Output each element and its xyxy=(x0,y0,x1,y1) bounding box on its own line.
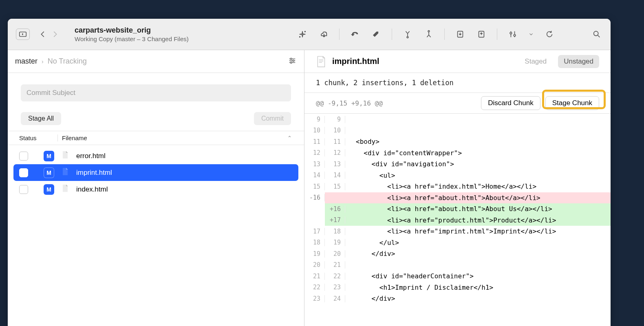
repo-subtitle: Working Copy (master – 3 Changed Files) xyxy=(75,35,189,42)
line-number-new: 22 xyxy=(325,273,345,280)
diff-line[interactable]: 1111<body> xyxy=(304,136,611,148)
line-number-new: +17 xyxy=(325,216,345,224)
nav-forward-icon[interactable] xyxy=(49,29,61,40)
stash-pop-icon[interactable] xyxy=(476,29,487,40)
line-number-old: 19 xyxy=(304,250,325,258)
svg-point-9 xyxy=(594,31,598,36)
line-number-old: 17 xyxy=(304,228,325,235)
line-number-new: 10 xyxy=(325,127,345,134)
line-number-new: 18 xyxy=(325,228,345,235)
diff-line[interactable]: 1212 <div id="contentWrapper"> xyxy=(304,148,611,159)
line-number-old: 23 xyxy=(304,295,325,302)
code-content: <div id="navigation"> xyxy=(345,160,611,168)
stage-checkbox[interactable] xyxy=(19,168,28,177)
diff-line[interactable]: 2223 <h1>Imprint / Disclaimer</h1> xyxy=(304,282,611,293)
chunk-header: @@ -9,15 +9,16 @@ Discard Chunk Stage Ch… xyxy=(304,93,611,113)
diff-line[interactable]: 1010 xyxy=(304,125,611,137)
svg-point-3 xyxy=(407,37,408,38)
file-row[interactable]: M error.html xyxy=(13,148,298,164)
tracking-label[interactable]: No Tracking xyxy=(48,57,87,66)
commit-actions: Stage All Commit xyxy=(8,105,304,131)
line-number-new: 11 xyxy=(325,138,345,145)
merge-icon[interactable] xyxy=(402,29,413,40)
diff-line[interactable]: 1920 </div> xyxy=(304,248,611,260)
code-content: <body> xyxy=(345,138,611,145)
toolbar-left: carparts-website_orig Working Copy (mast… xyxy=(16,26,189,42)
code-content: <div id="headerContainer"> xyxy=(345,272,611,280)
diff-line[interactable]: 99 xyxy=(304,114,611,125)
redo-icon[interactable] xyxy=(371,29,382,40)
diff-line[interactable]: 1819 </ul> xyxy=(304,237,611,249)
diff-line[interactable]: 1515 <li><a href="index.html">Home</a></… xyxy=(304,181,611,192)
line-number-new: 12 xyxy=(325,149,345,156)
code-content: </div> xyxy=(345,295,611,302)
stage-checkbox[interactable] xyxy=(19,185,28,194)
diff-line[interactable]: 2021 xyxy=(304,260,611,271)
diff-line[interactable]: 1718 <li><a href="imprint.html">Imprint<… xyxy=(304,226,611,237)
file-icon xyxy=(316,55,326,68)
svg-point-4 xyxy=(428,31,430,32)
discard-chunk-button[interactable]: Discard Chunk xyxy=(481,96,540,110)
fetch-icon[interactable] xyxy=(318,29,329,40)
line-number-new: 24 xyxy=(325,295,345,302)
tab-staged[interactable]: Staged xyxy=(519,55,552,68)
toggle-sidebar-icon[interactable] xyxy=(16,29,30,40)
file-table-header: Status Filename ⌃ xyxy=(8,131,304,145)
sparkle-icon[interactable] xyxy=(297,29,308,40)
code-content: <h1>Imprint / Disclaimer</h1> xyxy=(345,284,611,291)
file-row[interactable]: M index.html xyxy=(13,181,298,198)
filter-settings-icon[interactable] xyxy=(288,56,297,66)
diff-file-header: imprint.html Staged Unstaged xyxy=(304,50,611,73)
branch-icon[interactable] xyxy=(423,29,434,40)
stage-all-button[interactable]: Stage All xyxy=(21,112,61,125)
stash-save-icon[interactable] xyxy=(454,29,466,40)
undo-icon[interactable] xyxy=(349,29,361,40)
stage-chunk-button[interactable]: Stage Chunk xyxy=(545,96,599,110)
toolbar: carparts-website_orig Working Copy (mast… xyxy=(8,19,611,50)
commit-button[interactable]: Commit xyxy=(254,112,291,125)
file-row[interactable]: M imprint.html xyxy=(13,164,298,181)
code-content: </div> xyxy=(345,250,611,258)
nav-back-icon[interactable] xyxy=(37,29,49,40)
search-icon[interactable] xyxy=(591,29,602,40)
status-badge: M xyxy=(44,184,54,195)
app-window: carparts-website_orig Working Copy (mast… xyxy=(8,19,611,326)
svg-point-1 xyxy=(305,31,306,32)
line-number-new: +16 xyxy=(325,205,345,213)
chevron-down-icon[interactable] xyxy=(528,29,534,40)
branch-name[interactable]: master xyxy=(15,57,37,66)
code-content: <li><a href="index.html">Home</a></li> xyxy=(345,183,611,190)
code-content: <li><a href="about.html">About Us</a></l… xyxy=(345,205,611,213)
line-number-old: 11 xyxy=(304,138,325,145)
breadcrumb-chevron-icon: › xyxy=(42,58,44,65)
diff-line[interactable]: 1414 <ul> xyxy=(304,170,611,181)
diff-line[interactable]: -16 <li><a href="about.html">About</a></… xyxy=(304,192,611,204)
tab-unstaged[interactable]: Unstaged xyxy=(558,55,599,68)
diff-line[interactable]: 2324 </div> xyxy=(304,293,611,304)
code-content: <li><a href="imprint.html">Imprint</a></… xyxy=(345,227,611,235)
stage-checkbox[interactable] xyxy=(19,152,28,161)
sort-asc-icon[interactable]: ⌃ xyxy=(287,135,293,141)
line-number-old: 14 xyxy=(304,172,325,179)
col-filename[interactable]: Filename xyxy=(57,134,287,141)
line-number-new: 23 xyxy=(325,284,345,291)
repo-title: carparts-website_orig xyxy=(75,26,189,35)
refresh-icon[interactable] xyxy=(544,29,555,40)
diff-line[interactable]: +17 <li><a href="product.html">Product</… xyxy=(304,215,611,226)
title-block: carparts-website_orig Working Copy (mast… xyxy=(75,26,189,42)
file-list: M error.html M imprint.html M index.html xyxy=(8,145,304,200)
line-number-new: 13 xyxy=(325,161,345,168)
file-icon xyxy=(62,151,69,161)
diff-line[interactable]: +16 <li><a href="about.html">About Us</a… xyxy=(304,203,611,215)
settings-sliders-icon[interactable] xyxy=(507,29,518,40)
col-status[interactable]: Status xyxy=(19,134,57,141)
line-number-old: 13 xyxy=(304,161,325,168)
nav-buttons xyxy=(37,29,61,40)
line-number-new: 19 xyxy=(325,239,345,246)
diff-line[interactable]: 1313 <div id="navigation"> xyxy=(304,159,611,170)
diff-line[interactable]: 2122 <div id="headerContainer"> xyxy=(304,271,611,282)
filename-label: imprint.html xyxy=(76,169,112,177)
commit-subject-input[interactable] xyxy=(21,84,291,101)
branch-bar: master › No Tracking xyxy=(8,50,304,73)
code-content: <ul> xyxy=(345,172,611,179)
